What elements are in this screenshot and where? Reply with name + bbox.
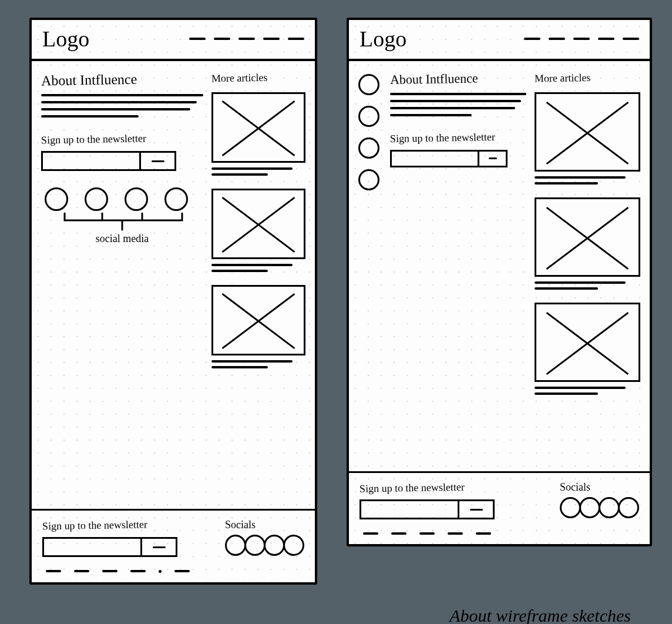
figure-caption: About wireframe sketches bbox=[29, 606, 643, 624]
annotation-label: social media bbox=[41, 233, 203, 244]
page-title: About Intfluence bbox=[41, 71, 203, 89]
image-placeholder-icon bbox=[211, 92, 305, 163]
header: Logo bbox=[32, 20, 315, 61]
newsletter-form bbox=[390, 150, 508, 167]
sidebar: More articles bbox=[211, 72, 305, 503]
article-card[interactable] bbox=[211, 189, 305, 272]
article-card[interactable] bbox=[535, 197, 640, 290]
footer-newsletter-submit-button[interactable] bbox=[458, 501, 493, 518]
social-icon[interactable] bbox=[225, 535, 246, 556]
nav-item[interactable] bbox=[524, 38, 540, 40]
footer-newsletter-submit-button[interactable] bbox=[140, 539, 176, 555]
footer-link[interactable] bbox=[391, 532, 406, 535]
social-icon[interactable] bbox=[244, 535, 266, 556]
newsletter-form bbox=[41, 151, 176, 171]
wireframe-pair: Logo About Intfluence Sign up to the new… bbox=[29, 18, 643, 585]
footer-socials-label: Socials bbox=[560, 481, 639, 494]
social-icon[interactable] bbox=[125, 187, 148, 211]
footer-newsletter-input[interactable] bbox=[361, 501, 458, 518]
social-icon[interactable] bbox=[579, 497, 600, 518]
footer-link[interactable] bbox=[476, 532, 491, 535]
social-icon[interactable] bbox=[618, 497, 639, 518]
wireframe-frame-1: Logo About Intfluence Sign up to the new… bbox=[29, 18, 317, 585]
footer-link[interactable] bbox=[363, 532, 378, 535]
sidebar-title: More articles bbox=[211, 71, 305, 85]
footer-link[interactable] bbox=[130, 570, 146, 572]
article-card[interactable] bbox=[535, 303, 640, 395]
logo[interactable]: Logo bbox=[42, 26, 89, 52]
share-icon[interactable] bbox=[358, 106, 379, 127]
body-text-placeholder bbox=[390, 93, 526, 116]
nav-item[interactable] bbox=[288, 38, 304, 40]
article-card[interactable] bbox=[535, 92, 640, 184]
image-placeholder-icon bbox=[211, 285, 305, 355]
nav-menu[interactable] bbox=[189, 38, 304, 40]
social-icon[interactable] bbox=[283, 535, 304, 556]
sidebar-title: More articles bbox=[535, 71, 640, 85]
article-title-placeholder bbox=[211, 167, 305, 176]
image-placeholder-icon bbox=[211, 189, 305, 259]
nav-menu[interactable] bbox=[524, 38, 639, 40]
footer-link[interactable] bbox=[74, 570, 89, 572]
logo[interactable]: Logo bbox=[359, 26, 406, 52]
article-card[interactable] bbox=[211, 285, 305, 368]
footer-link[interactable] bbox=[102, 570, 117, 572]
social-icons-row bbox=[41, 187, 203, 211]
newsletter-label: Sign up to the newsletter bbox=[41, 132, 203, 147]
footer-link[interactable] bbox=[46, 570, 61, 572]
footer-link[interactable] bbox=[448, 532, 463, 535]
footer-links bbox=[42, 570, 304, 573]
social-icon[interactable] bbox=[264, 535, 285, 556]
share-icon[interactable] bbox=[358, 137, 379, 159]
share-icon[interactable] bbox=[358, 169, 379, 190]
article-title-placeholder bbox=[211, 360, 305, 368]
nav-item[interactable] bbox=[623, 38, 639, 40]
image-placeholder-icon bbox=[535, 197, 640, 277]
footer-link[interactable] bbox=[174, 570, 190, 572]
social-icon[interactable] bbox=[164, 187, 188, 211]
footer-social-icons bbox=[225, 535, 304, 556]
share-column bbox=[358, 72, 382, 465]
footer-newsletter-label: Sign up to the newsletter bbox=[42, 518, 209, 533]
newsletter-label: Sign up to the newsletter bbox=[390, 130, 526, 145]
footer-link[interactable] bbox=[419, 532, 435, 535]
body-text-placeholder bbox=[41, 94, 203, 118]
nav-item[interactable] bbox=[238, 38, 255, 40]
image-placeholder-icon bbox=[535, 303, 640, 382]
nav-item[interactable] bbox=[549, 38, 565, 40]
article-title-placeholder bbox=[535, 176, 640, 184]
social-icon[interactable] bbox=[560, 497, 581, 518]
image-placeholder-icon bbox=[535, 92, 640, 172]
nav-item[interactable] bbox=[573, 38, 590, 40]
article-card[interactable] bbox=[211, 92, 305, 176]
newsletter-input[interactable] bbox=[43, 153, 139, 169]
content-area: About Intfluence Sign up to the newslett… bbox=[32, 61, 315, 511]
header: Logo bbox=[349, 20, 650, 61]
newsletter-input[interactable] bbox=[392, 152, 478, 166]
footer: Sign up to the newsletter Socials bbox=[32, 511, 315, 582]
article-title-placeholder bbox=[535, 387, 640, 395]
newsletter-submit-button[interactable] bbox=[478, 152, 506, 166]
share-icon[interactable] bbox=[358, 74, 379, 95]
footer-links bbox=[359, 532, 639, 535]
wireframe-frame-2: Logo About Intfluence bbox=[347, 18, 652, 546]
page-title: About Intfluence bbox=[390, 71, 526, 87]
main-column: About Intfluence Sign up to the newslett… bbox=[41, 72, 203, 503]
nav-item[interactable] bbox=[189, 38, 206, 40]
article-title-placeholder bbox=[535, 281, 640, 290]
footer-newsletter-form bbox=[42, 537, 177, 557]
nav-item[interactable] bbox=[598, 38, 614, 40]
nav-item[interactable] bbox=[214, 38, 230, 40]
footer-newsletter-form bbox=[359, 499, 495, 519]
nav-item[interactable] bbox=[263, 38, 280, 40]
social-icon[interactable] bbox=[599, 497, 620, 518]
footer-newsletter-input[interactable] bbox=[44, 539, 140, 555]
footer-link[interactable] bbox=[159, 570, 162, 573]
content-area: About Intfluence Sign up to the newslett… bbox=[349, 61, 650, 473]
article-title-placeholder bbox=[211, 264, 305, 272]
social-icon[interactable] bbox=[85, 187, 108, 211]
social-icon[interactable] bbox=[45, 187, 68, 211]
footer-social-icons bbox=[560, 497, 639, 518]
newsletter-submit-button[interactable] bbox=[139, 153, 174, 169]
footer-newsletter-label: Sign up to the newsletter bbox=[359, 480, 543, 495]
